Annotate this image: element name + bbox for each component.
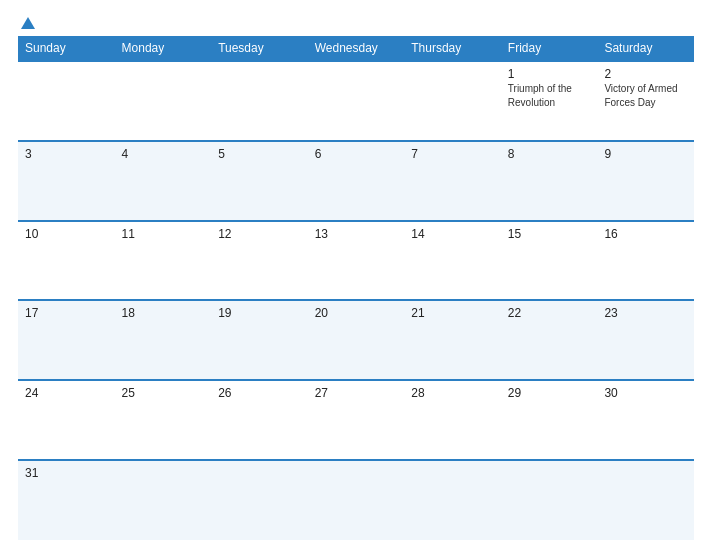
calendar-event: Victory of Armed Forces Day <box>604 83 677 108</box>
calendar-cell: 10 <box>18 221 115 301</box>
day-number: 4 <box>122 147 205 161</box>
calendar-cell: 17 <box>18 300 115 380</box>
calendar-week-row: 24252627282930 <box>18 380 694 460</box>
day-number: 20 <box>315 306 398 320</box>
calendar-cell: 24 <box>18 380 115 460</box>
weekday-header-monday: Monday <box>115 36 212 61</box>
calendar-cell: 31 <box>18 460 115 540</box>
calendar-cell <box>404 61 501 141</box>
calendar-cell: 6 <box>308 141 405 221</box>
day-number: 29 <box>508 386 591 400</box>
calendar-cell <box>18 61 115 141</box>
calendar-event: Triumph of the Revolution <box>508 83 572 108</box>
weekday-header-sunday: Sunday <box>18 36 115 61</box>
day-number: 23 <box>604 306 687 320</box>
calendar-cell: 21 <box>404 300 501 380</box>
weekday-header-saturday: Saturday <box>597 36 694 61</box>
day-number: 18 <box>122 306 205 320</box>
calendar-cell: 27 <box>308 380 405 460</box>
calendar-cell: 1Triumph of the Revolution <box>501 61 598 141</box>
day-number: 28 <box>411 386 494 400</box>
calendar-cell: 12 <box>211 221 308 301</box>
day-number: 2 <box>604 67 687 81</box>
calendar-cell: 25 <box>115 380 212 460</box>
calendar-cell: 4 <box>115 141 212 221</box>
calendar-cell: 19 <box>211 300 308 380</box>
day-number: 14 <box>411 227 494 241</box>
day-number: 24 <box>25 386 108 400</box>
day-number: 3 <box>25 147 108 161</box>
page: SundayMondayTuesdayWednesdayThursdayFrid… <box>0 0 712 550</box>
day-number: 25 <box>122 386 205 400</box>
day-number: 8 <box>508 147 591 161</box>
day-number: 1 <box>508 67 591 81</box>
weekday-header-wednesday: Wednesday <box>308 36 405 61</box>
calendar-cell: 9 <box>597 141 694 221</box>
calendar-cell <box>597 460 694 540</box>
weekday-header-row: SundayMondayTuesdayWednesdayThursdayFrid… <box>18 36 694 61</box>
calendar-cell: 14 <box>404 221 501 301</box>
day-number: 31 <box>25 466 108 480</box>
calendar-body: 1Triumph of the Revolution2Victory of Ar… <box>18 61 694 540</box>
day-number: 9 <box>604 147 687 161</box>
day-number: 27 <box>315 386 398 400</box>
calendar-cell: 20 <box>308 300 405 380</box>
day-number: 17 <box>25 306 108 320</box>
day-number: 12 <box>218 227 301 241</box>
calendar-cell <box>308 61 405 141</box>
calendar-cell <box>501 460 598 540</box>
logo-triangle-icon <box>21 17 35 29</box>
calendar-cell <box>211 61 308 141</box>
day-number: 22 <box>508 306 591 320</box>
day-number: 6 <box>315 147 398 161</box>
calendar-cell: 18 <box>115 300 212 380</box>
calendar-cell: 13 <box>308 221 405 301</box>
calendar-cell: 5 <box>211 141 308 221</box>
calendar-cell: 22 <box>501 300 598 380</box>
calendar-week-row: 10111213141516 <box>18 221 694 301</box>
calendar-table: SundayMondayTuesdayWednesdayThursdayFrid… <box>18 36 694 540</box>
weekday-header-thursday: Thursday <box>404 36 501 61</box>
calendar-cell: 8 <box>501 141 598 221</box>
calendar-cell: 29 <box>501 380 598 460</box>
calendar-week-row: 3456789 <box>18 141 694 221</box>
calendar-cell: 23 <box>597 300 694 380</box>
day-number: 26 <box>218 386 301 400</box>
day-number: 15 <box>508 227 591 241</box>
day-number: 5 <box>218 147 301 161</box>
calendar-cell: 16 <box>597 221 694 301</box>
calendar-cell: 11 <box>115 221 212 301</box>
day-number: 16 <box>604 227 687 241</box>
calendar-week-row: 31 <box>18 460 694 540</box>
calendar-cell <box>115 61 212 141</box>
calendar-header: SundayMondayTuesdayWednesdayThursdayFrid… <box>18 36 694 61</box>
day-number: 30 <box>604 386 687 400</box>
weekday-header-friday: Friday <box>501 36 598 61</box>
calendar-cell <box>404 460 501 540</box>
day-number: 13 <box>315 227 398 241</box>
calendar-cell <box>308 460 405 540</box>
day-number: 11 <box>122 227 205 241</box>
day-number: 19 <box>218 306 301 320</box>
calendar-cell <box>115 460 212 540</box>
calendar-cell: 26 <box>211 380 308 460</box>
calendar-cell: 28 <box>404 380 501 460</box>
logo <box>18 18 35 30</box>
day-number: 21 <box>411 306 494 320</box>
calendar-week-row: 1Triumph of the Revolution2Victory of Ar… <box>18 61 694 141</box>
calendar-cell: 15 <box>501 221 598 301</box>
day-number: 10 <box>25 227 108 241</box>
calendar-cell: 3 <box>18 141 115 221</box>
header <box>18 18 694 30</box>
calendar-cell <box>211 460 308 540</box>
weekday-header-tuesday: Tuesday <box>211 36 308 61</box>
calendar-cell: 30 <box>597 380 694 460</box>
calendar-week-row: 17181920212223 <box>18 300 694 380</box>
day-number: 7 <box>411 147 494 161</box>
calendar-cell: 2Victory of Armed Forces Day <box>597 61 694 141</box>
calendar-cell: 7 <box>404 141 501 221</box>
